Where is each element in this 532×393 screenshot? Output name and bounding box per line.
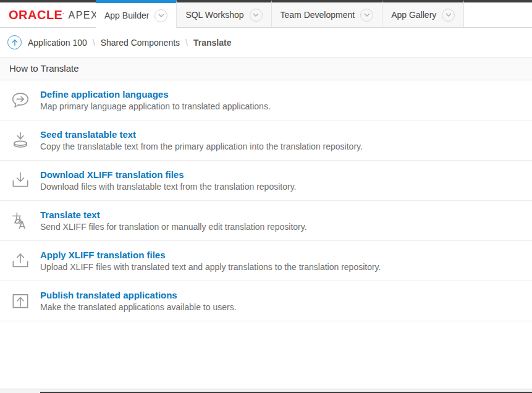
footer-strip [0, 389, 532, 393]
tab-label: App Gallery [391, 10, 436, 20]
arrow-up-icon [11, 39, 19, 46]
task-link-translate-text[interactable]: Translate text [40, 209, 307, 220]
task-row-seed-text: Seed translatable text Copy the translat… [0, 120, 532, 161]
oracle-apex-logo[interactable]: ORACLE’ APEX [0, 0, 96, 27]
tab-bar-filler [464, 0, 532, 27]
up-level-button[interactable] [7, 35, 22, 49]
task-link-publish-apps[interactable]: Publish translated applications [40, 290, 237, 300]
tab-sql-workshop[interactable]: SQL Workshop [177, 0, 271, 27]
apex-wordmark: APEX [68, 10, 98, 21]
top-tab-bar: ORACLE’ APEX App Builder SQL Workshop Te… [0, 0, 532, 28]
task-description: Download files with translatable text fr… [40, 182, 297, 192]
task-description: Copy the translatable text from the prim… [40, 142, 363, 151]
task-description: Send XLIFF files for translation or manu… [40, 222, 307, 232]
upload-tray-icon [10, 250, 31, 271]
task-row-define-languages: Define application languages Map primary… [0, 80, 532, 120]
task-row-publish-apps: Publish translated applications Make the… [0, 281, 532, 321]
tab-app-gallery[interactable]: App Gallery [382, 0, 464, 27]
task-link-download-xliff[interactable]: Download XLIFF translation files [40, 169, 297, 180]
tab-label: App Builder [104, 11, 149, 20]
task-link-define-languages[interactable]: Define application languages [40, 89, 271, 99]
chevron-down-icon[interactable] [442, 9, 455, 22]
breadcrumb-separator: \ [87, 38, 101, 48]
publish-box-arrow-icon [10, 290, 31, 311]
tab-label: Team Development [281, 10, 355, 20]
download-tray-icon [10, 170, 31, 191]
task-list: Define application languages Map primary… [0, 80, 532, 321]
svg-text:A: A [19, 219, 25, 231]
speech-bubble-arrow-icon [10, 90, 31, 111]
task-row-download-xliff: Download XLIFF translation files Downloa… [0, 161, 532, 201]
task-description: Upload XLIFF files with translated text … [40, 262, 381, 272]
seed-database-icon [10, 130, 31, 151]
task-row-translate-text: A Translate text Send XLIFF files for tr… [0, 201, 532, 241]
task-row-apply-xliff: Apply XLIFF translation files Upload XLI… [0, 241, 532, 281]
breadcrumb-translate-current: Translate [193, 38, 231, 48]
task-link-seed-text[interactable]: Seed translatable text [40, 129, 363, 140]
breadcrumb: Application 100 \ Shared Components \ Tr… [0, 28, 532, 57]
task-description: Make the translated applications availab… [40, 302, 237, 312]
trademark-mark: ’ [62, 12, 64, 18]
chevron-down-icon[interactable] [360, 9, 373, 22]
oracle-wordmark: ORACLE [9, 8, 62, 22]
tab-team-development[interactable]: Team Development [272, 0, 383, 27]
task-link-apply-xliff[interactable]: Apply XLIFF translation files [40, 250, 381, 260]
tab-app-builder[interactable]: App Builder [96, 0, 177, 28]
task-description: Map primary language application to tran… [40, 101, 271, 111]
tab-label: SQL Workshop [185, 10, 243, 20]
translate-characters-icon: A [10, 210, 31, 231]
breadcrumb-shared-components[interactable]: Shared Components [101, 38, 180, 48]
breadcrumb-application-100[interactable]: Application 100 [28, 38, 87, 48]
chevron-down-icon[interactable] [250, 9, 263, 22]
region-title: How to Translate [0, 57, 532, 80]
breadcrumb-separator: \ [180, 38, 193, 48]
chevron-down-icon[interactable] [154, 9, 167, 22]
